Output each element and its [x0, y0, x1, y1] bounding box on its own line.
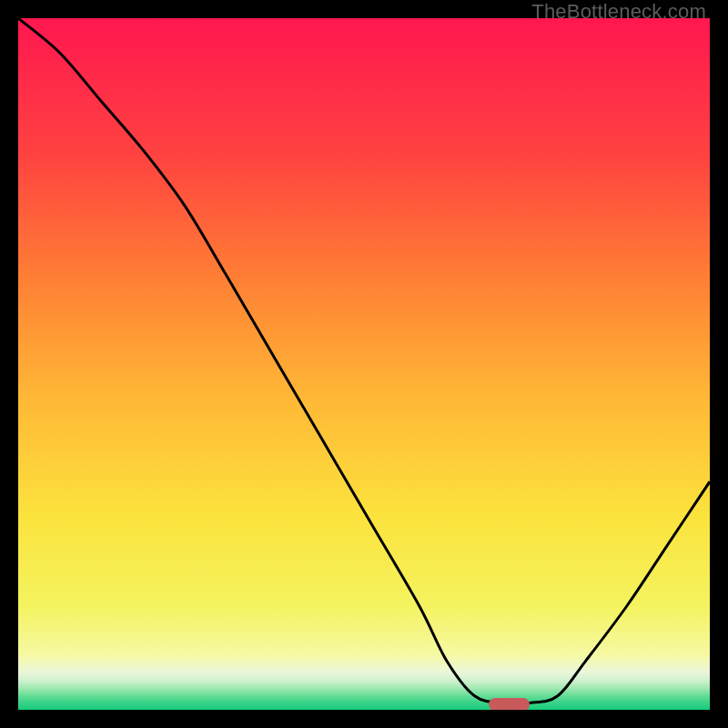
- watermark-label: TheBottleneck.com: [531, 0, 706, 24]
- target-marker: [489, 698, 531, 710]
- bottleneck-curve: [18, 18, 710, 710]
- chart-frame: TheBottleneck.com: [0, 0, 728, 728]
- plot-area: [18, 18, 710, 710]
